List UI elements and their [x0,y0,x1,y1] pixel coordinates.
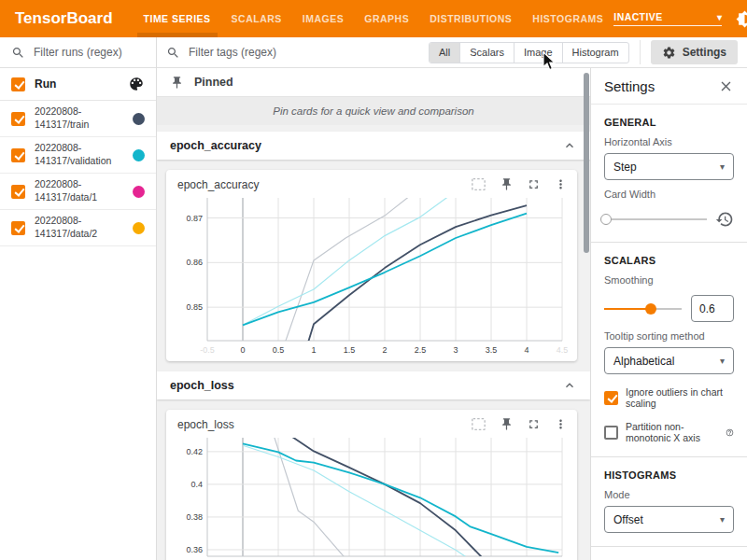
settings-section-histograms: HISTOGRAMS [604,469,734,481]
chevron-down-icon: ▾ [720,161,725,172]
ignore-outliers-label: Ignore outliers in chart scaling [626,386,734,409]
partition-x-row[interactable]: Partition non-monotonic X axis [604,421,734,443]
run-row-data-1[interactable]: 20220808-141317/data/1 [0,174,156,210]
settings-section-general: GENERAL [604,117,734,128]
chevron-up-icon[interactable] [562,138,577,153]
card-title: epoch_loss [177,418,234,431]
settings-button[interactable]: Settings [651,40,738,64]
svg-text:1.5: 1.5 [344,345,356,355]
fullscreen-icon[interactable] [527,417,541,431]
tab-graphs[interactable]: GRAPHS [354,0,419,37]
run-color-dot [133,149,145,161]
tab-images[interactable]: IMAGES [292,0,354,37]
filter-tags-placeholder: Filter tags (regex) [189,46,276,59]
section-header-epoch-loss[interactable]: epoch_loss [157,371,590,399]
ignore-outliers-row[interactable]: Ignore outliers in chart scaling [604,386,734,409]
brightness-toggle-icon[interactable] [736,10,747,28]
svg-text:0.38: 0.38 [186,512,203,522]
svg-text:3.5: 3.5 [486,345,498,355]
more-options-icon[interactable] [554,177,568,191]
tags-toolbar: Filter tags (regex) All Scalars Image Hi… [157,37,747,68]
smoothing-label: Smoothing [604,274,734,286]
cards-scrollbar[interactable] [584,73,589,253]
run-row-validation[interactable]: 20220808-141317/validation [0,137,156,174]
run-checkbox[interactable] [11,148,25,162]
horizontal-axis-label: Horizontal Axis [604,136,734,147]
run-status-dropdown[interactable]: INACTIVE ▾ [613,11,722,26]
palette-icon[interactable] [128,76,145,92]
more-options-icon[interactable] [554,417,568,431]
histogram-mode-select[interactable]: Offset ▾ [604,506,734,533]
tab-time-series[interactable]: TIME SERIES [134,0,221,37]
run-color-dot [133,186,145,198]
search-icon [166,46,180,60]
tooltip-sorting-label: Tooltip sorting method [604,330,734,342]
settings-section-scalars: SCALARS [604,255,734,266]
horizontal-axis-select[interactable]: Step ▾ [604,153,734,180]
epoch-accuracy-chart[interactable]: 00.511.522.533.54-0.54.50.850.860.87 [174,193,570,357]
run-row-train[interactable]: 20220808-141317/train [0,101,156,137]
filter-runs-placeholder: Filter runs (regex) [34,46,122,59]
chip-scalars[interactable]: Scalars [460,43,514,63]
reset-icon[interactable] [715,210,734,229]
runs-header-label: Run [35,77,128,91]
chip-image[interactable]: Image [514,43,563,63]
tab-distributions[interactable]: DISTRIBUTIONS [419,0,522,37]
settings-button-label: Settings [683,46,726,59]
svg-text:-0.5: -0.5 [200,345,215,355]
run-status-value: INACTIVE [613,11,662,22]
partition-x-checkbox[interactable] [604,426,618,440]
epoch-loss-chart[interactable]: 00.511.522.533.540.360.380.40.42 [174,433,570,560]
histogram-mode-label: Mode [604,489,734,500]
chip-all[interactable]: All [430,43,460,63]
section-title: epoch_loss [170,379,234,392]
chip-histogram[interactable]: Histogram [563,43,628,63]
svg-text:0.42: 0.42 [186,447,203,456]
filter-runs-input[interactable]: Filter runs (regex) [0,37,156,68]
ignore-outliers-checkbox[interactable] [604,391,618,405]
svg-text:2: 2 [382,345,387,355]
svg-text:2.5: 2.5 [415,345,427,355]
svg-text:0.5: 0.5 [273,345,285,355]
run-checkbox[interactable] [11,112,25,126]
svg-text:4.5: 4.5 [557,345,569,355]
horizontal-axis-value: Step [613,161,637,174]
svg-text:0.36: 0.36 [186,545,203,554]
pin-icon[interactable] [500,417,514,431]
chevron-down-icon: ▾ [720,514,725,525]
filter-tags-input[interactable]: Filter tags (regex) [166,46,421,60]
svg-text:4: 4 [524,345,529,355]
svg-text:0.85: 0.85 [186,302,203,312]
card-width-slider[interactable] [604,214,707,226]
card-width-label: Card Width [604,189,734,200]
chevron-down-icon: ▾ [720,356,725,366]
smoothing-value-input[interactable]: 0.6 [691,295,734,322]
select-all-runs-checkbox[interactable] [11,77,25,91]
chevron-up-icon[interactable] [562,378,577,393]
fullscreen-icon[interactable] [527,177,541,191]
histogram-mode-value: Offset [613,513,643,526]
scalar-card-epoch-loss: epoch_loss 00.511.522.533.540.360.380.40… [166,410,577,560]
tab-scalars[interactable]: SCALARS [221,0,292,37]
svg-text:0.87: 0.87 [186,214,203,223]
tooltip-sorting-select[interactable]: Alphabetical ▾ [604,347,734,374]
run-checkbox[interactable] [11,221,25,235]
tab-histograms[interactable]: HISTOGRAMS [522,0,613,37]
close-icon[interactable] [718,78,734,94]
svg-text:1: 1 [311,345,316,355]
svg-text:0.4: 0.4 [190,480,203,489]
cards-area: Pinned Pin cards for a quick view and co… [157,68,590,560]
toolbar-divider [640,40,641,64]
run-checkbox[interactable] [11,185,25,199]
chevron-down-icon: ▾ [717,12,722,22]
section-header-epoch-accuracy[interactable]: epoch_accuracy [157,132,590,160]
run-name: 20220808-141317/train [35,105,127,131]
pin-icon[interactable] [500,177,514,191]
smoothing-slider[interactable] [604,302,682,315]
help-icon[interactable] [726,427,734,439]
fit-domain-icon[interactable] [471,177,486,191]
svg-text:0.86: 0.86 [186,258,203,267]
run-row-data-2[interactable]: 20220808-141317/data/2 [0,210,156,246]
fit-domain-icon[interactable] [471,417,486,431]
tag-filter-chips: All Scalars Image Histogram [429,42,629,63]
